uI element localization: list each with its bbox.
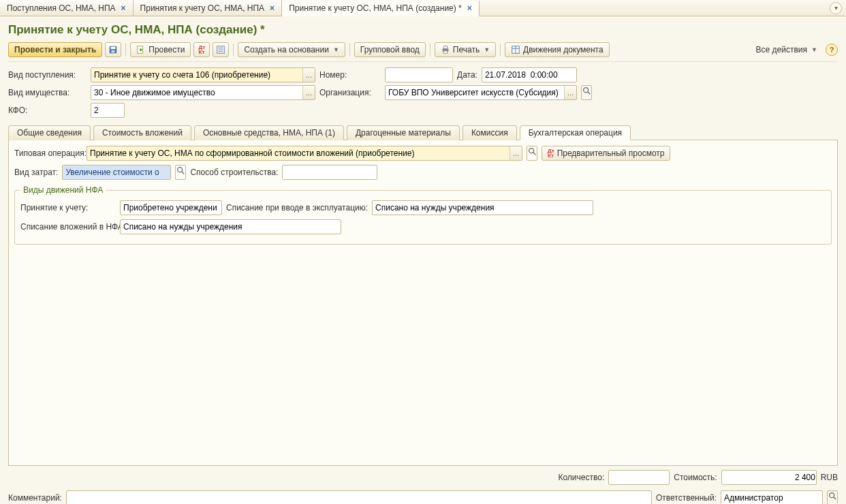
svg-line-18 (588, 92, 591, 95)
printer-icon (441, 45, 450, 54)
magnifier-icon (582, 86, 591, 95)
close-icon[interactable]: × (467, 3, 472, 13)
movements-group: Виды движений НФА Принятие к учету: … Сп… (14, 185, 832, 245)
select-button[interactable]: … (170, 166, 171, 179)
cost-type-input[interactable] (63, 166, 170, 179)
page-title: Принятие к учету ОС, НМА, НПА (создание)… (8, 20, 838, 42)
currency-label: RUB (821, 473, 838, 482)
writeoff-invest-field[interactable] (120, 219, 341, 234)
help-button[interactable]: ? (826, 44, 838, 56)
qty-value (609, 471, 670, 484)
all-actions-button[interactable]: Все действия ▼ (751, 42, 823, 57)
svg-point-21 (178, 168, 183, 172)
lookup-button[interactable] (527, 146, 537, 161)
typ-op-input[interactable] (87, 146, 510, 160)
tab-precious[interactable]: Драгоценные материалы (347, 125, 460, 140)
writeoff-use-field[interactable] (372, 200, 593, 215)
cost-label: Стоимость: (674, 473, 717, 482)
register-input[interactable] (121, 201, 222, 215)
select-button[interactable]: … (510, 146, 522, 160)
qty-label: Количество: (558, 473, 604, 482)
writeoff-invest-label: Списание вложений в НФА: (20, 222, 116, 232)
chevron-down-icon: ▼ (484, 46, 490, 53)
magnifier-icon (176, 166, 185, 175)
tab-commission[interactable]: Комиссия (463, 125, 517, 140)
org-field[interactable]: … (385, 85, 577, 100)
svg-rect-1 (111, 47, 116, 50)
list-icon (216, 45, 225, 54)
number-input[interactable] (386, 68, 453, 82)
post-button[interactable]: Провести (130, 42, 191, 57)
svg-rect-10 (443, 46, 447, 49)
receipt-type-label: Вид поступления: (8, 70, 87, 80)
lookup-button[interactable] (581, 85, 592, 100)
post-and-close-button[interactable]: Провести и закрыть (8, 42, 102, 57)
typ-op-label: Типовая операция: (14, 148, 82, 158)
dk-entries-button[interactable]: ДтКт (193, 42, 210, 57)
kfo-input[interactable] (91, 104, 125, 117)
close-icon[interactable]: × (121, 3, 126, 13)
document-play-icon (136, 45, 146, 54)
register-label: Принятие к учету: (20, 203, 116, 212)
property-type-input[interactable] (91, 86, 302, 99)
doc-tab-0[interactable]: Поступления ОС, НМА, НПА × (0, 0, 134, 16)
svg-line-22 (182, 172, 185, 174)
tab-accounting[interactable]: Бухгалтерская операция (520, 125, 631, 140)
magnifier-icon (527, 146, 537, 156)
save-button[interactable] (105, 42, 121, 57)
movements-group-legend: Виды движений НФА (20, 185, 106, 195)
kfo-label: КФО: (8, 106, 87, 115)
number-field[interactable] (385, 67, 453, 82)
document-tabs-bar: Поступления ОС, НМА, НПА × Принятия к уч… (0, 0, 846, 16)
date-input[interactable] (482, 68, 577, 82)
lookup-button[interactable] (827, 490, 838, 504)
doc-tab-1[interactable]: Принятия к учету ОС, НМА, НПА × (134, 0, 283, 16)
register-field[interactable]: … (120, 200, 222, 215)
doc-tab-label: Поступления ОС, НМА, НПА (7, 3, 116, 13)
movements-button[interactable]: Движения документа (505, 42, 610, 57)
svg-line-24 (834, 497, 836, 500)
create-based-button[interactable]: Создать на основании ▼ (238, 42, 345, 57)
cost-field (721, 470, 817, 485)
property-type-label: Вид имущества: (8, 88, 87, 97)
comment-field[interactable] (66, 490, 652, 504)
writeoff-use-label: Списание при вводе в эксплуатацию: (226, 203, 368, 212)
responsible-label: Ответственный: (656, 493, 717, 503)
property-type-field[interactable]: … (91, 85, 315, 100)
dk-icon: ДтКт (548, 148, 554, 158)
responsible-input[interactable] (721, 491, 823, 504)
subtabs-bar: Общие сведения Стоимость вложений Основн… (8, 125, 838, 140)
constr-method-input[interactable] (283, 166, 377, 179)
select-button[interactable]: … (564, 86, 576, 99)
writeoff-invest-input[interactable] (121, 220, 341, 234)
preview-button[interactable]: ДтКт Предварительный просмотр (542, 146, 670, 161)
constr-method-field[interactable]: … (282, 165, 377, 180)
org-input[interactable] (386, 86, 564, 99)
date-field[interactable] (482, 67, 577, 82)
select-button[interactable]: … (302, 68, 315, 82)
date-label: Дата: (457, 70, 477, 80)
report-button[interactable] (213, 42, 229, 57)
chevron-down-icon: ▼ (811, 46, 817, 53)
kfo-field[interactable]: … (91, 103, 125, 118)
responsible-field[interactable]: … (721, 490, 823, 504)
comment-input[interactable] (67, 491, 651, 504)
typ-op-field[interactable]: … (87, 146, 522, 161)
tab-fixed-assets[interactable]: Основные средства, НМА, НПА (1) (194, 125, 344, 140)
comment-label: Комментарий: (8, 493, 62, 503)
dk-icon: ДтКт (199, 45, 206, 54)
cost-type-field[interactable]: … (62, 165, 171, 180)
more-tabs-button[interactable]: ▾ (830, 2, 842, 14)
close-icon[interactable]: × (270, 3, 275, 13)
doc-tab-2[interactable]: Принятие к учету ОС, НМА, НПА (создание)… (282, 1, 480, 16)
receipt-type-input[interactable] (91, 68, 302, 82)
print-button[interactable]: Печать ▼ (435, 42, 496, 57)
group-input-button[interactable]: Групповой ввод (354, 42, 426, 57)
tab-general[interactable]: Общие сведения (8, 125, 91, 140)
receipt-type-field[interactable]: … (91, 67, 315, 82)
qty-field (608, 470, 670, 485)
tab-invest-cost[interactable]: Стоимость вложений (93, 125, 191, 140)
select-button[interactable]: … (302, 86, 315, 99)
lookup-button[interactable] (175, 165, 186, 180)
writeoff-use-input[interactable] (373, 201, 593, 215)
